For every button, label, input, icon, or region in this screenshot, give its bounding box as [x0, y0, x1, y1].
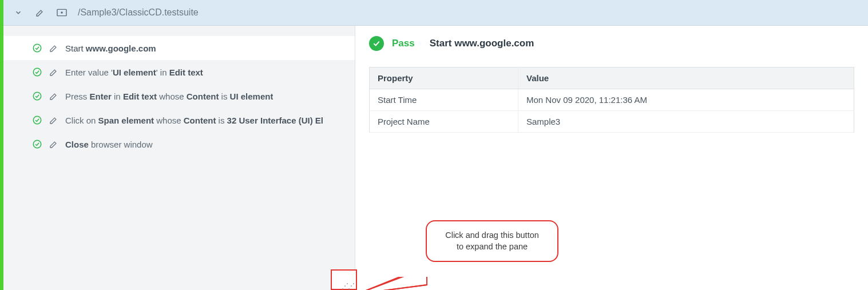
detail-title: Start www.google.com	[430, 38, 534, 49]
pencil-icon[interactable]	[49, 92, 58, 101]
status-check-icon	[369, 36, 384, 51]
step-label: Start www.google.com	[65, 43, 156, 53]
svg-point-2	[33, 44, 41, 52]
step-list: Start www.google.com Enter value 'UI ele…	[3, 36, 355, 156]
resize-grip-icon[interactable]: ⋰⋰	[342, 284, 354, 288]
check-circle-icon	[32, 67, 42, 77]
check-circle-icon	[32, 139, 42, 149]
chevron-down-icon[interactable]	[13, 7, 24, 18]
table-row: Start Time Mon Nov 09 2020, 11:21:36 AM	[370, 89, 854, 111]
step-row[interactable]: Start www.google.com	[3, 36, 355, 60]
check-circle-icon	[32, 91, 42, 101]
col-header-property: Property	[370, 67, 518, 89]
header-bar: /Sample3/ClassicCD.testsuite	[3, 0, 868, 26]
pencil-icon[interactable]	[49, 67, 58, 77]
check-circle-icon	[32, 43, 42, 53]
status-label: Pass	[392, 38, 415, 49]
breadcrumb-path: /Sample3/ClassicCD.testsuite	[78, 7, 199, 18]
svg-point-5	[33, 116, 41, 124]
callout-tooltip: Click and drag this button to expand the…	[426, 220, 558, 262]
resize-handle-highlight[interactable]: ⋰⋰	[331, 269, 357, 290]
callout-pointer	[357, 277, 431, 290]
step-label: Close browser window	[65, 140, 153, 149]
properties-table: Property Value Start Time Mon Nov 09 202…	[369, 67, 854, 133]
prop-value: Sample3	[518, 111, 854, 133]
svg-point-3	[33, 68, 41, 76]
prop-value: Mon Nov 09 2020, 11:21:36 AM	[518, 89, 854, 111]
edit-icon[interactable]	[34, 7, 46, 18]
svg-point-1	[61, 11, 63, 14]
table-row: Project Name Sample3	[370, 111, 854, 133]
check-circle-icon	[32, 115, 42, 125]
svg-point-4	[33, 92, 41, 100]
pencil-icon[interactable]	[49, 140, 58, 149]
step-row[interactable]: Close browser window	[3, 132, 355, 156]
callout-line1: Click and drag this button	[430, 229, 554, 241]
prop-name: Start Time	[370, 89, 518, 111]
step-row[interactable]: Press Enter in Edit text whose Content i…	[3, 84, 355, 108]
step-row[interactable]: Click on Span element whose Content is 3…	[3, 108, 355, 132]
callout-line2: to expand the pane	[430, 241, 554, 252]
step-label: Enter value 'UI element' in Edit text	[65, 67, 203, 77]
detail-header: Pass Start www.google.com	[369, 36, 854, 51]
prop-name: Project Name	[370, 111, 518, 133]
step-row[interactable]: Enter value 'UI element' in Edit text	[3, 60, 355, 84]
pencil-icon[interactable]	[49, 116, 58, 125]
media-icon[interactable]	[56, 7, 68, 18]
step-label: Press Enter in Edit text whose Content i…	[65, 92, 273, 101]
pencil-icon[interactable]	[49, 43, 58, 53]
col-header-value: Value	[518, 67, 854, 89]
steps-pane: Start www.google.com Enter value 'UI ele…	[3, 26, 355, 290]
step-label: Click on Span element whose Content is 3…	[65, 116, 323, 125]
svg-point-6	[33, 140, 41, 148]
